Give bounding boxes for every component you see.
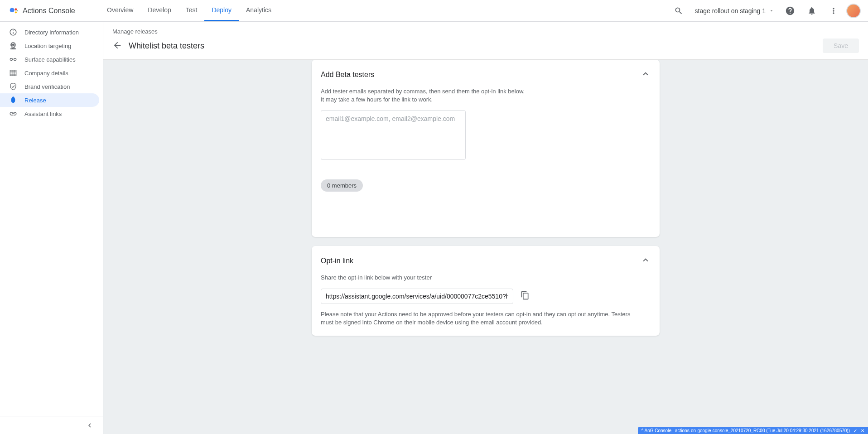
more-vert-icon[interactable] (825, 2, 843, 20)
rocket-icon (9, 96, 17, 104)
header-logo-block: Actions Console (9, 6, 100, 15)
sidebar-item-label: Surface capabilities (24, 56, 76, 63)
title-row: Whitelist beta testers Save (112, 39, 859, 59)
status-bar: ^ AoG Console actions-on-google-console_… (638, 427, 868, 434)
copy-icon (521, 291, 530, 300)
main-content: Manage releases Whitelist beta testers S… (103, 22, 868, 434)
sidebar-item-label: Brand verification (24, 83, 70, 90)
sidebar-item-label: Release (24, 97, 46, 104)
tester-emails-input[interactable] (321, 110, 466, 160)
sidebar-item-directory-information[interactable]: Directory information (0, 25, 103, 39)
avatar[interactable] (846, 4, 861, 18)
svg-rect-7 (14, 58, 16, 61)
sidebar-item-label: Directory information (24, 29, 79, 36)
shield-icon (9, 82, 17, 91)
collapse-button[interactable] (641, 69, 651, 80)
members-chip[interactable]: 0 members (321, 179, 363, 192)
link-row (321, 289, 651, 304)
card-title: Add Beta testers (321, 71, 374, 79)
svg-point-3 (17, 10, 18, 11)
search-icon[interactable] (670, 2, 688, 20)
card-header: Add Beta testers (321, 69, 651, 80)
sidebar-item-label: Location targeting (24, 43, 71, 49)
back-button[interactable] (112, 40, 122, 52)
collapse-button[interactable] (641, 255, 651, 266)
card-header: Opt-in link (321, 255, 651, 266)
svg-rect-6 (10, 58, 12, 61)
status-product: ^ AoG Console (641, 428, 671, 433)
sidebar-item-assistant-links[interactable]: Assistant links (0, 107, 103, 121)
chevron-up-icon (641, 255, 651, 265)
breadcrumb-bar: Manage releases Whitelist beta testers S… (103, 22, 868, 60)
surface-icon (9, 55, 17, 63)
tab-deploy[interactable]: Deploy (204, 0, 239, 21)
layout: Directory information Location targeting… (0, 22, 868, 434)
app-header: Actions Console Overview Develop Test De… (0, 0, 868, 22)
header-tabs: Overview Develop Test Deploy Analytics (100, 0, 279, 21)
card-subtitle: Share the opt-in link below with your te… (321, 274, 529, 282)
card-subtitle: Add tester emails separated by commas, t… (321, 87, 529, 104)
arrow-back-icon (112, 40, 122, 50)
content-area: Add Beta testers Add tester emails separ… (103, 60, 868, 434)
status-close-icon[interactable]: ✕ (861, 428, 864, 433)
tab-analytics[interactable]: Analytics (239, 0, 279, 21)
footer-note: Please note that your Actions need to be… (321, 310, 638, 327)
sidebar-item-brand-verification[interactable]: Brand verification (0, 80, 103, 93)
breadcrumb: Manage releases (112, 28, 859, 35)
project-selector[interactable]: stage rollout on staging 1 (691, 5, 777, 16)
card-title: Opt-in link (321, 257, 353, 265)
opt-in-link-card: Opt-in link Share the opt-in link below … (312, 246, 660, 336)
svg-point-2 (15, 11, 17, 13)
notifications-icon[interactable] (803, 2, 821, 20)
copy-link-button[interactable] (521, 291, 530, 301)
help-icon[interactable] (781, 2, 799, 20)
status-check-icon: ✓ (854, 428, 857, 433)
sidebar-item-label: Company details (24, 70, 68, 77)
sidebar-collapse-button[interactable] (0, 416, 103, 434)
beta-testers-card: Add Beta testers Add tester emails separ… (312, 60, 660, 237)
link-icon (9, 110, 17, 118)
svg-point-1 (15, 8, 17, 10)
sidebar-item-label: Assistant links (24, 111, 62, 117)
sidebar: Directory information Location targeting… (0, 22, 103, 434)
info-icon (9, 28, 17, 36)
header-right: stage rollout on staging 1 (670, 2, 861, 20)
tab-develop[interactable]: Develop (140, 0, 178, 21)
sidebar-item-location-targeting[interactable]: Location targeting (0, 39, 103, 53)
tab-overview[interactable]: Overview (100, 0, 140, 21)
tab-test[interactable]: Test (178, 0, 205, 21)
company-icon (9, 69, 17, 77)
sidebar-item-company-details[interactable]: Company details (0, 66, 103, 80)
svg-point-4 (13, 44, 14, 45)
project-name: stage rollout on staging 1 (695, 7, 766, 14)
page-title: Whitelist beta testers (129, 41, 204, 51)
location-icon (9, 42, 17, 50)
svg-point-0 (10, 8, 14, 12)
sidebar-items: Directory information Location targeting… (0, 25, 103, 416)
chevron-up-icon (641, 69, 651, 79)
sidebar-item-surface-capabilities[interactable]: Surface capabilities (0, 53, 103, 66)
status-build: actions-on-google-console_20210720_RC00 … (675, 428, 850, 433)
save-button[interactable]: Save (823, 39, 859, 53)
svg-point-14 (13, 99, 14, 100)
sidebar-item-release[interactable]: Release (0, 93, 99, 107)
chevron-left-icon (86, 421, 94, 429)
product-title: Actions Console (23, 7, 75, 15)
assistant-logo-icon (9, 6, 18, 15)
chevron-down-icon (769, 9, 774, 13)
opt-in-link-input[interactable] (321, 289, 513, 304)
